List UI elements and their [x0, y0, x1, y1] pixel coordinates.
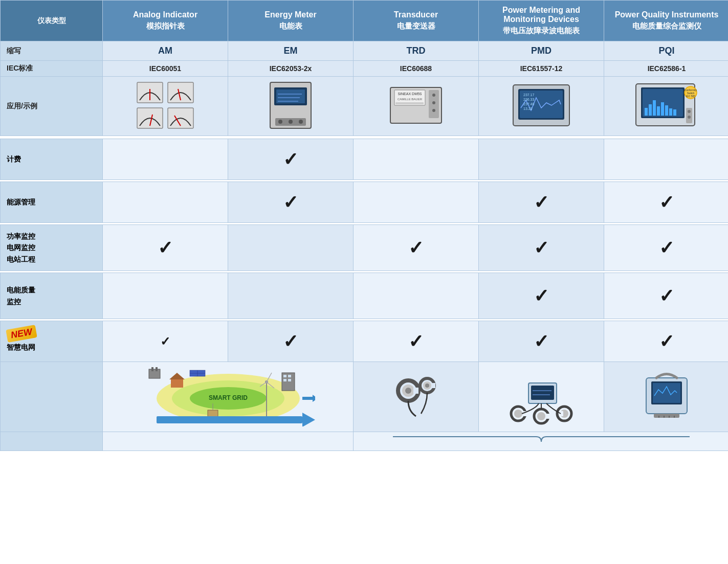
feature-row-pq: 电能质量监控 ✓ ✓	[1, 273, 729, 319]
analog-device-image	[135, 80, 196, 131]
billing-pmd	[479, 139, 604, 180]
svg-rect-42	[665, 105, 668, 116]
brace-row	[1, 432, 729, 451]
svg-rect-38	[649, 104, 652, 116]
smart-transducer: ✓	[354, 321, 479, 362]
brace-empty	[1, 432, 103, 451]
brace-span	[354, 432, 729, 451]
pq-pqi-check: ✓	[659, 285, 674, 306]
transducer-iec-text: IEC60688	[357, 64, 475, 73]
pq-label-text: 电能质量监控	[7, 284, 99, 307]
power-analog-check: ✓	[158, 237, 173, 258]
pmd-iec-text: IEC61557-12	[482, 64, 601, 73]
svg-point-17	[299, 120, 303, 124]
analog-iec: IEC60051	[103, 61, 228, 77]
smart-transducer-check: ✓	[408, 331, 424, 352]
label-header: 仪表类型	[1, 1, 103, 41]
energy-header-cn: 电能表	[232, 21, 349, 31]
svg-rect-22	[395, 102, 424, 104]
pqi-header-cn: 电能质量综合监测仪	[608, 21, 725, 31]
svg-marker-79	[302, 413, 315, 426]
smart-grid-cell: SMART GRID	[103, 362, 354, 432]
svg-rect-97	[546, 414, 550, 419]
pmd-abbr: PMD	[479, 41, 604, 61]
new-badge: NEW	[6, 325, 37, 343]
energy-mgmt-label-text: 能源管理	[7, 198, 35, 206]
energy-header-en: Energy Meter	[232, 10, 349, 19]
svg-point-96	[537, 412, 545, 420]
transducer-header-cn: 电量变送器	[358, 21, 474, 31]
bottom-image-row: SMART GRID	[1, 362, 729, 432]
billing-transducer	[354, 139, 479, 180]
svg-point-25	[432, 101, 435, 104]
svg-point-87	[425, 383, 429, 388]
comparison-table: 仪表类型 Analog Indicator 模拟指针表 Energy Meter…	[0, 0, 728, 451]
power-pmd: ✓	[479, 225, 604, 271]
transducer-header-en: Transducer	[358, 10, 474, 19]
svg-point-83	[405, 388, 411, 394]
smart-pmd: ✓	[479, 321, 604, 362]
pq-energy	[228, 273, 354, 319]
svg-text:IEC 565: IEC 565	[686, 95, 695, 98]
power-pqi: ✓	[604, 225, 729, 271]
svg-point-51	[688, 116, 691, 119]
svg-rect-86	[431, 383, 435, 388]
svg-point-93	[514, 410, 522, 418]
analog-header-en: Analog Indicator	[107, 10, 224, 19]
pmd-iec: IEC61557-12	[479, 61, 604, 77]
energy-abbr: EM	[228, 41, 354, 61]
energy-mgmt-pqi-check: ✓	[659, 192, 674, 213]
label-header-text: 仪表类型	[37, 16, 66, 25]
energy-example	[228, 77, 354, 136]
energy-iec-text: IEC62053-2x	[231, 64, 350, 73]
svg-rect-41	[661, 102, 664, 116]
pmd-sensor-image	[500, 365, 582, 426]
energy-abbr-text: EM	[231, 46, 350, 56]
example-label: 应用/示例	[1, 77, 103, 136]
svg-point-16	[289, 120, 293, 124]
svg-rect-72	[283, 375, 286, 377]
svg-rect-104	[654, 414, 679, 418]
svg-rect-89	[531, 386, 554, 400]
energy-mgmt-pmd-check: ✓	[534, 192, 549, 213]
pmd-header-cn: 带电压故障录波电能表	[483, 26, 600, 36]
transducer-example: SINEAX DM5S CAMILLE BAUER	[354, 77, 479, 136]
transducer-iec: IEC60688	[354, 61, 479, 77]
billing-label-text: 计费	[7, 155, 21, 163]
svg-text:236.33: 236.33	[523, 98, 535, 101]
power-energy	[228, 225, 354, 271]
analog-abbr-text: AM	[106, 46, 225, 56]
billing-pqi	[604, 139, 729, 180]
analog-iec-text: IEC60051	[106, 64, 225, 73]
pq-analog	[103, 273, 228, 319]
svg-marker-61	[169, 373, 185, 379]
power-label-text: 功率监控电网监控电站工程	[7, 231, 99, 265]
energy-mgmt-energy: ✓	[228, 182, 354, 223]
smart-label: NEW 智慧电网	[1, 321, 103, 362]
energy-mgmt-label: 能源管理	[1, 182, 103, 223]
pqi-header: Power Quality Instruments 电能质量综合监测仪	[604, 1, 729, 41]
svg-text:CAMILLE BAUER: CAMILLE BAUER	[398, 98, 423, 101]
svg-rect-37	[645, 108, 648, 116]
pqi-sensor-image	[636, 365, 697, 426]
pq-label: 电能质量监控	[1, 273, 103, 319]
pq-pmd: ✓	[479, 273, 604, 319]
svg-rect-74	[283, 379, 286, 381]
transducer-abbr: TRD	[354, 41, 479, 61]
smart-energy-check: ✓	[283, 331, 298, 352]
example-row: 应用/示例	[1, 77, 729, 136]
power-analog: ✓	[103, 225, 228, 271]
transducer-device-image: SINEAX DM5S CAMILLE BAUER	[385, 80, 447, 131]
svg-rect-58	[149, 369, 160, 378]
smart-pqi-check: ✓	[659, 331, 674, 352]
pqi-device-image: Conformity Switch IEC 565	[633, 80, 700, 131]
pq-transducer	[354, 273, 479, 319]
energy-header: Energy Meter 电能表	[228, 1, 354, 41]
analog-header: Analog Indicator 模拟指针表	[103, 1, 228, 41]
pq-pmd-check: ✓	[534, 285, 549, 306]
svg-point-50	[688, 110, 691, 113]
smart-energy: ✓	[228, 321, 354, 362]
svg-marker-57	[313, 395, 315, 402]
pmd-header-en: Power Metering and Monitoring Devices	[483, 6, 600, 24]
bottom-label-cell	[1, 362, 103, 432]
